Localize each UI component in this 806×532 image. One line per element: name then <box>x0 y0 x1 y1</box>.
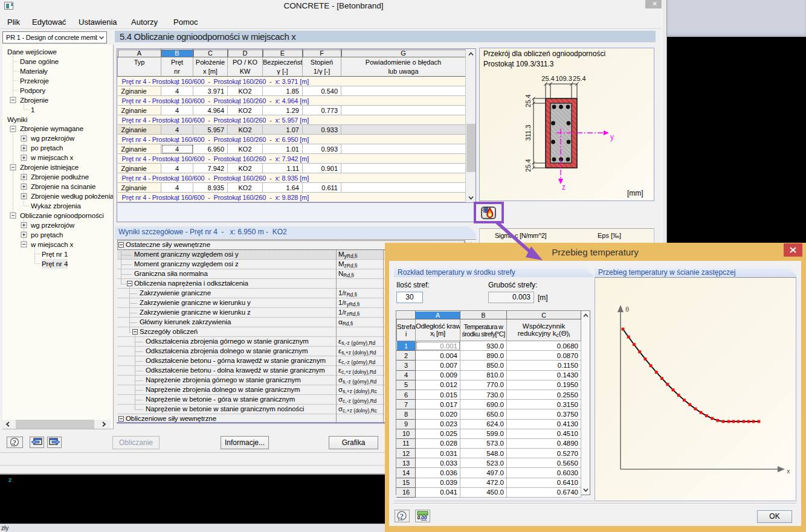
svg-text:?: ? <box>13 438 16 447</box>
svg-text:y: y <box>610 133 614 141</box>
svg-text:311.3: 311.3 <box>524 125 532 141</box>
svg-text:00: 00 <box>421 514 427 521</box>
svg-text:25.4: 25.4 <box>573 75 585 82</box>
svg-text:z: z <box>562 183 566 191</box>
svg-text:25.4: 25.4 <box>524 159 532 171</box>
svg-text:?: ? <box>400 511 404 521</box>
svg-text:25.4: 25.4 <box>541 75 554 82</box>
svg-text:x: x <box>787 467 790 475</box>
svg-text:θ: θ <box>625 306 629 313</box>
svg-text:109.3: 109.3 <box>555 75 572 82</box>
svg-text:25.4: 25.4 <box>524 94 532 107</box>
